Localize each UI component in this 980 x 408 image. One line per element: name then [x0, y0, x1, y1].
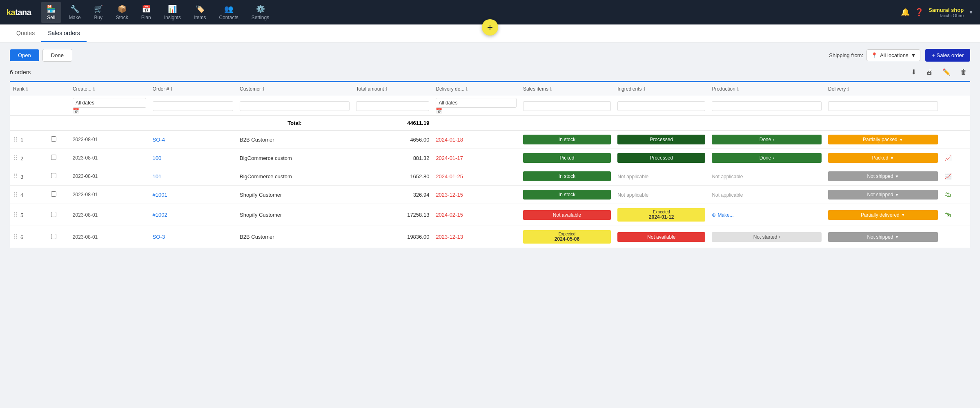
col-total: Total amount ℹ [353, 82, 433, 96]
delivery-date-value: 2023-12-15 [436, 192, 463, 198]
order-link[interactable]: SO-3 [153, 234, 165, 240]
filter-delivery-date-input[interactable] [436, 98, 516, 108]
ingredients-status: Not applicable [614, 186, 708, 204]
sub-nav-quotes[interactable]: Quotes [10, 25, 41, 42]
filter-order [149, 96, 236, 116]
filter-delivery-status-input[interactable] [828, 101, 938, 111]
customer-name: B2B Customer [236, 131, 353, 149]
print-button[interactable]: 🖨 [923, 67, 936, 78]
customer-name: Shopify Customer [236, 186, 353, 204]
rank-number: 1 [20, 137, 23, 143]
delete-button[interactable]: 🗑 [957, 67, 970, 78]
order-link[interactable]: 101 [153, 173, 162, 180]
row-checkbox[interactable] [51, 155, 56, 160]
new-order-button[interactable]: + Sales order [925, 49, 970, 62]
delivery-status: Not shipped ▼ [825, 186, 941, 204]
delivery-status-badge[interactable]: Not shipped ▼ [828, 171, 938, 181]
order-number: 101 [149, 167, 236, 186]
nav-right: 🔔 ❓ Samurai shop Taiichi Ohno ▼ [901, 7, 973, 18]
col-order: Order # ℹ [149, 82, 236, 96]
nav-item-make[interactable]: 🔧 Make [63, 2, 86, 23]
drag-icon: ⠿ [13, 233, 18, 240]
orders-tbody: ⠿12023-08-01SO-4B2B Customer4656.002024-… [10, 131, 970, 248]
created-date: 2023-08-01 [69, 131, 149, 149]
delivery-status-badge[interactable]: Packed ▼ [828, 153, 938, 163]
delivery-date-value: 2024-01-25 [436, 173, 463, 180]
filter-done-button[interactable]: Done [42, 49, 72, 62]
order-number: #1002 [149, 204, 236, 226]
drag-handle[interactable]: ⠿6 [10, 226, 48, 248]
delivery-status-badge[interactable]: Not shipped ▼ [828, 190, 938, 200]
production-badge: Not started › [712, 232, 822, 242]
nav-item-stock[interactable]: 📦 Stock [110, 2, 134, 23]
order-link[interactable]: SO-4 [153, 137, 165, 143]
ingredients-status: Not applicable [614, 167, 708, 186]
sales-items-status: In stock [520, 131, 614, 149]
download-button[interactable]: ⬇ [908, 67, 920, 78]
row-checkbox[interactable] [51, 173, 56, 178]
edit-button[interactable]: ✏️ [939, 67, 954, 78]
filter-created-input[interactable] [73, 98, 146, 108]
order-link[interactable]: 100 [153, 155, 162, 161]
total-label [10, 116, 236, 131]
row-info [48, 167, 69, 186]
row-checkbox[interactable] [51, 191, 56, 197]
filter-order-input[interactable] [153, 101, 233, 111]
production-badge[interactable]: ⊕Make... [712, 212, 822, 218]
chart-icon: 📈 [944, 155, 951, 161]
drag-handle[interactable]: ⠿3 [10, 167, 48, 186]
add-button[interactable]: + [482, 19, 498, 35]
row-info [48, 186, 69, 204]
shopify-icon: 🛍 [944, 191, 951, 198]
col-production: Production ℹ [708, 82, 825, 96]
nav-item-settings[interactable]: ⚙️ Settings [246, 2, 275, 23]
row-checkbox[interactable] [51, 212, 56, 217]
help-icon[interactable]: ❓ [915, 8, 924, 17]
order-link[interactable]: #1001 [153, 192, 167, 198]
expand-icon[interactable]: ▼ [969, 9, 973, 15]
sales-items-badge: In stock [523, 135, 611, 144]
production-status: ⊕Make... [708, 204, 825, 226]
delivery-status-badge[interactable]: Not shipped ▼ [828, 232, 938, 242]
filter-sales-items-input[interactable] [523, 101, 611, 111]
order-link[interactable]: #1002 [153, 212, 167, 218]
orders-count: 6 orders [10, 69, 31, 75]
filter-production-input[interactable] [712, 101, 822, 111]
filter-customer-input[interactable] [240, 101, 350, 111]
row-checkbox[interactable] [51, 136, 56, 142]
filter-info [48, 96, 69, 116]
sub-nav-sales-orders[interactable]: Sales orders [41, 25, 87, 42]
nav-item-sell[interactable]: 🏪 Sell [41, 2, 61, 23]
orders-table: Rank ℹ Create... ℹ Order # ℹ Customer ℹ … [10, 82, 970, 248]
drag-icon: ⠿ [13, 173, 18, 180]
filter-open-button[interactable]: Open [10, 49, 39, 61]
nav-item-buy[interactable]: 🛒 Buy [88, 2, 109, 23]
location-select[interactable]: 📍 All locations ▼ [866, 49, 920, 61]
nav-item-plan[interactable]: 📅 Plan [136, 2, 157, 23]
total-amount: 44611.19 [353, 116, 433, 131]
delivery-status-badge[interactable]: Partially packed ▼ [828, 135, 938, 144]
drag-handle[interactable]: ⠿1 [10, 131, 48, 149]
filter-ingredients-input[interactable] [617, 101, 705, 111]
filter-customer [236, 96, 353, 116]
ingredients-badge: Not applicable [617, 192, 648, 198]
row-extra: 🛍 [941, 204, 970, 226]
total-amount: 19836.00 [353, 226, 433, 248]
order-number: 100 [149, 149, 236, 167]
nav-item-contacts[interactable]: 👥 Contacts [213, 2, 244, 23]
nav-item-insights[interactable]: 📊 Insights [158, 2, 187, 23]
drag-handle[interactable]: ⠿5 [10, 204, 48, 226]
production-status: Done › [708, 131, 825, 149]
sales-items-status: In stock [520, 167, 614, 186]
row-checkbox[interactable] [51, 234, 56, 239]
drag-handle[interactable]: ⠿2 [10, 149, 48, 167]
delivery-status-badge[interactable]: Partially delivered ▼ [828, 210, 938, 220]
order-number: SO-4 [149, 131, 236, 149]
row-info [48, 131, 69, 149]
created-date: 2023-08-01 [69, 226, 149, 248]
filter-total-input[interactable] [356, 101, 430, 111]
bell-icon[interactable]: 🔔 [901, 8, 910, 17]
drag-handle[interactable]: ⠿4 [10, 186, 48, 204]
nav-item-items[interactable]: 🏷️ Items [188, 2, 212, 23]
nav-items: 🏪 Sell 🔧 Make 🛒 Buy 📦 Stock 📅 Plan 📊 Ins… [41, 2, 901, 23]
